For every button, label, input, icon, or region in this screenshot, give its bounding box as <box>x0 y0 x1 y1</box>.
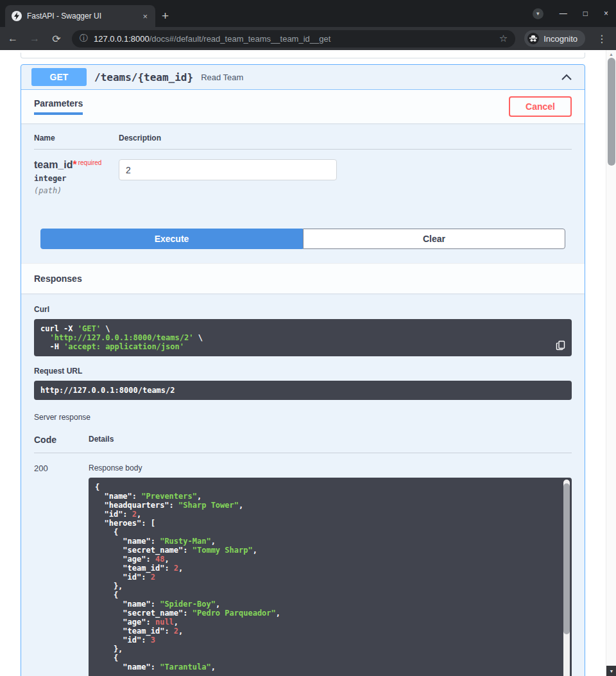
cancel-button[interactable]: Cancel <box>509 96 572 117</box>
scrollbar-up-icon[interactable]: ▲ <box>606 50 616 58</box>
url-text: 127.0.0.1:8000/docs#/default/read_team_t… <box>94 34 493 44</box>
endpoint-summary: Read Team <box>201 73 243 82</box>
curl-label: Curl <box>34 305 572 314</box>
bookmark-star-icon[interactable]: ☆ <box>499 33 508 44</box>
required-star: * <box>73 159 76 170</box>
incognito-badge: Incognito <box>524 30 585 47</box>
response-body-label: Response body <box>89 464 572 472</box>
responses-title: Responses <box>34 273 82 284</box>
parameters-section-header: Parameters Cancel <box>21 90 585 123</box>
page-area: GET /teams/{team_id} Read Team Parameter… <box>0 50 616 676</box>
scrollbar-down-icon[interactable]: ▼ <box>606 666 616 676</box>
request-url-text: http://127.0.0.1:8000/teams/2 <box>40 386 565 395</box>
parameter-location: (path) <box>34 186 119 195</box>
url-path: /docs#/default/read_team_teams__team_id_… <box>150 34 331 44</box>
new-tab-button[interactable]: + <box>162 9 169 23</box>
request-url-label: Request URL <box>34 367 572 376</box>
browser-tab[interactable]: FastAPI - Swagger UI × <box>5 5 155 27</box>
endpoint-path: /teams/{team_id} <box>94 71 193 83</box>
opblock-summary[interactable]: GET /teams/{team_id} Read Team <box>21 65 585 90</box>
team-id-input[interactable] <box>119 159 337 180</box>
clear-button[interactable]: Clear <box>303 229 565 249</box>
execute-wrapper: Execute Clear <box>21 217 585 263</box>
window-controls: ▾ — □ × <box>533 0 608 27</box>
fastapi-favicon-icon <box>12 11 22 21</box>
response-body-json: { "name": "Preventers", "headquarters": … <box>95 483 565 672</box>
column-name: Name <box>34 134 119 143</box>
curl-command-text: curl -X 'GET' \ 'http://127.0.0.1:8000/t… <box>40 324 565 351</box>
page-scrollbar[interactable]: ▲ ▼ <box>606 50 616 676</box>
tab-strip: FastAPI - Swagger UI × + ▾ — □ × <box>0 0 616 27</box>
swagger-content: GET /teams/{team_id} Read Team Parameter… <box>21 53 585 676</box>
maximize-button[interactable]: □ <box>583 9 588 18</box>
page-scrollbar-thumb[interactable] <box>608 58 615 166</box>
browser-menu-icon[interactable]: ⋮ <box>594 33 610 45</box>
incognito-spy-icon <box>527 33 539 44</box>
status-code: 200 <box>34 464 89 676</box>
column-details: Details <box>89 435 572 445</box>
request-url-block: http://127.0.0.1:8000/teams/2 <box>34 381 572 400</box>
responses-section-header: Responses <box>21 263 585 293</box>
response-body-block: { "name": "Preventers", "headquarters": … <box>89 478 572 676</box>
parameters-table-header: Name Description <box>34 134 572 150</box>
response-scrollbar-track[interactable] <box>563 480 570 676</box>
incognito-label: Incognito <box>543 34 578 44</box>
parameter-row: team_id*required integer (path) <box>34 150 572 217</box>
opblock-get-read-team: GET /teams/{team_id} Read Team Parameter… <box>21 64 585 676</box>
responses-inner: Curl curl -X 'GET' \ 'http://127.0.0.1:8… <box>21 293 585 676</box>
curl-command-block: curl -X 'GET' \ 'http://127.0.0.1:8000/t… <box>34 319 572 356</box>
response-scrollbar-thumb[interactable] <box>563 483 570 634</box>
close-window-button[interactable]: × <box>604 9 608 18</box>
parameter-value-cell <box>119 159 572 195</box>
http-method-badge: GET <box>31 68 87 86</box>
parameters-tab[interactable]: Parameters <box>34 98 83 115</box>
server-response-label: Server response <box>34 413 572 422</box>
collapse-chevron-icon[interactable] <box>559 69 574 85</box>
browser-toolbar: ← → ⟳ ⓘ 127.0.0.1:8000/docs#/default/rea… <box>0 27 616 50</box>
page-info-icon[interactable]: ⓘ <box>80 33 88 44</box>
back-icon[interactable]: ← <box>6 33 19 44</box>
previous-block-edge <box>21 53 585 58</box>
response-details-cell: Response body { "name": "Preventers", "h… <box>89 464 572 676</box>
parameter-meta: team_id*required integer (path) <box>34 159 119 195</box>
required-label: required <box>78 159 102 166</box>
response-table-header: Code Details <box>34 427 572 453</box>
reload-icon[interactable]: ⟳ <box>50 33 63 45</box>
tab-title: FastAPI - Swagger UI <box>27 12 136 21</box>
tab-close-icon[interactable]: × <box>141 12 149 21</box>
address-bar[interactable]: ⓘ 127.0.0.1:8000/docs#/default/read_team… <box>72 30 515 48</box>
column-description: Description <box>119 134 572 143</box>
forward-icon[interactable]: → <box>28 33 41 44</box>
parameter-name: team_id*required <box>34 159 119 171</box>
url-host: 127.0.0.1:8000 <box>94 34 150 44</box>
browser-window: FastAPI - Swagger UI × + ▾ — □ × ← → ⟳ ⓘ… <box>0 0 616 676</box>
copy-to-clipboard-icon[interactable] <box>555 340 567 351</box>
minimize-button[interactable]: — <box>560 9 567 18</box>
parameters-table: Name Description team_id*required intege… <box>21 123 585 217</box>
page-viewport: GET /teams/{team_id} Read Team Parameter… <box>0 50 606 676</box>
execute-button[interactable]: Execute <box>40 229 303 249</box>
tab-search-icon[interactable]: ▾ <box>533 8 543 19</box>
parameter-type: integer <box>34 174 119 183</box>
response-row: 200 Response body { "name": "Preventers"… <box>34 453 572 676</box>
column-code: Code <box>34 435 89 445</box>
